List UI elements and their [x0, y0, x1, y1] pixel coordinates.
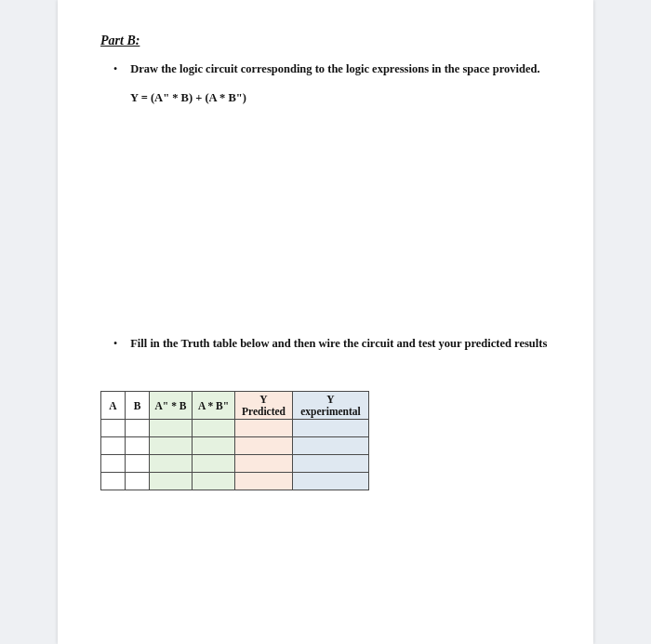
- spacer: [100, 365, 556, 391]
- cell-a: [101, 420, 126, 437]
- section-title: Part B:: [100, 34, 556, 48]
- table-row: [101, 420, 369, 437]
- table-row: [101, 473, 369, 490]
- cell-ab1: [150, 437, 193, 455]
- col-header-b: B: [126, 392, 150, 420]
- bullet-icon: •: [113, 61, 117, 77]
- cell-ye: [293, 437, 369, 455]
- cell-b: [126, 473, 150, 490]
- cell-ye: [293, 455, 369, 473]
- cell-yp: [235, 455, 293, 473]
- truth-table: A B A" * B A * B" Y Predicted Y experime…: [100, 391, 369, 490]
- logic-expression: Y = (A" * B) + (A * B"): [130, 91, 556, 105]
- bullet-text-1: Draw the logic circuit corresponding to …: [130, 61, 539, 78]
- bullet-item-1: • Draw the logic circuit corresponding t…: [113, 61, 556, 78]
- col-header-ye-bot: experimental: [297, 406, 365, 418]
- bullet-icon: •: [113, 336, 117, 352]
- cell-ab2: [193, 420, 235, 437]
- cell-ab1: [150, 455, 193, 473]
- cell-ab1: [150, 420, 193, 437]
- cell-a: [101, 437, 126, 455]
- col-header-y-experimental: Y experimental: [293, 392, 369, 420]
- cell-ab2: [193, 455, 235, 473]
- cell-b: [126, 420, 150, 437]
- document-page: Part B: • Draw the logic circuit corresp…: [58, 0, 593, 644]
- cell-yp: [235, 473, 293, 490]
- col-header-yp-top: Y: [239, 394, 288, 406]
- table-row: [101, 455, 369, 473]
- cell-ab2: [193, 473, 235, 490]
- drawing-area: [100, 114, 556, 336]
- bullet-text-2: Fill in the Truth table below and then w…: [130, 336, 547, 353]
- cell-ye: [293, 473, 369, 490]
- cell-b: [126, 437, 150, 455]
- viewport: Part B: • Draw the logic circuit corresp…: [0, 0, 651, 644]
- cell-ab1: [150, 473, 193, 490]
- col-header-y-predicted: Y Predicted: [235, 392, 293, 420]
- table-row: [101, 437, 369, 455]
- col-header-yp-bot: Predicted: [239, 406, 288, 418]
- col-header-ye-top: Y: [297, 394, 365, 406]
- bullet-item-2: • Fill in the Truth table below and then…: [113, 336, 556, 353]
- col-header-a: A: [101, 392, 126, 420]
- cell-ab2: [193, 437, 235, 455]
- cell-a: [101, 455, 126, 473]
- cell-a: [101, 473, 126, 490]
- cell-yp: [235, 437, 293, 455]
- table-body: [101, 420, 369, 490]
- col-header-ab2: A * B": [193, 392, 235, 420]
- cell-ye: [293, 420, 369, 437]
- col-header-ab1: A" * B: [150, 392, 193, 420]
- cell-yp: [235, 420, 293, 437]
- cell-b: [126, 455, 150, 473]
